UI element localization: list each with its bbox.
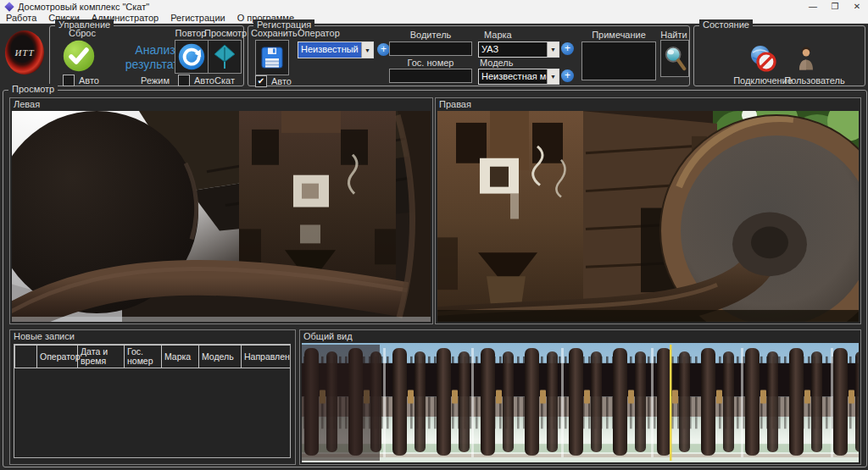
column-header-model[interactable]: Модель [199,346,242,368]
right-camera-panel: Правая [435,97,861,324]
itt-logo: ИТТ [5,30,44,75]
column-header-operator[interactable]: Оператор [37,346,78,368]
repeat-button[interactable] [175,40,209,74]
connection-status-icon [748,45,777,72]
model-select-value[interactable]: Неизвестная моде [479,69,547,84]
left-camera-scene [12,111,431,322]
overview-position-marker [670,345,672,461]
add-model-button[interactable]: + [561,69,574,82]
new-records-title: Новые записи [10,330,78,344]
menu-item-registrations[interactable]: Регистрации [164,13,231,23]
close-button[interactable]: ✕ [846,0,868,13]
app-diamond-icon [4,2,14,11]
left-camera-panel: Левая [9,97,433,324]
note-textarea[interactable] [581,41,656,80]
auto-reset-checkbox-box[interactable] [63,75,75,86]
left-camera-title: Левая [10,98,43,112]
add-operator-button[interactable]: + [377,43,390,56]
table-header-row: Оператор Дата и время Гос. номер Марка М… [15,346,291,368]
auto-save-checkbox-box[interactable]: ✔ [255,75,267,87]
column-header-brand[interactable]: Марка [162,346,199,368]
itt-logo-text: ИТТ [14,47,34,58]
model-label: Модель [480,58,513,68]
column-header-selector[interactable] [15,346,37,368]
auto-save-checkbox-label: Авто [271,76,292,86]
view-group-title: Просмотр [8,84,58,95]
check-icon [63,40,95,72]
driver-label: Водитель [389,30,472,40]
floppy-disk-icon [261,47,283,69]
brand-select[interactable]: УАЗ ▼ [478,41,559,58]
auto-repeat-checkbox-box[interactable] [178,75,190,86]
person-icon [798,46,815,71]
plate-number-label: Гос. номер [389,58,472,68]
operator-select-value[interactable]: Неизвестный опер [298,42,361,58]
magnifier-icon [663,45,687,72]
save-button[interactable] [255,40,289,75]
state-group: Состояние Подключение Пользователь [693,25,865,86]
operator-label: Оператор [298,28,340,38]
add-brand-button[interactable]: + [561,42,574,55]
registration-group: Регистрация Сохранить ✔ Авто Оператор Не… [248,25,690,86]
model-select[interactable]: Неизвестная моде ▼ [478,69,559,85]
app-window: Досмотровый комплекс "Скат" — ❐ ✕ Работа… [0,0,868,470]
user-label: Пользователь [782,75,847,86]
control-group: Управление Сброс Анализ результата Повто… [49,25,244,86]
plate-number-input[interactable] [389,69,472,83]
left-camera-image [12,111,431,322]
new-records-table: Оператор Дата и время Гос. номер Марка М… [14,344,291,458]
find-button[interactable] [660,40,689,77]
titlebar: Досмотровый комплекс "Скат" — ❐ ✕ [0,0,868,13]
maximize-button[interactable]: ❐ [824,0,846,13]
overview-panel: Общий вид [299,329,861,465]
overview-title: Общий вид [300,330,356,344]
brand-select-value[interactable]: УАЗ [479,42,547,57]
note-label: Примечание [581,30,656,40]
find-label: Найти [660,30,687,40]
minimize-button[interactable]: — [802,0,824,13]
view-label: Просмотр [204,28,243,38]
driver-input[interactable] [389,41,472,56]
chevron-down-icon[interactable]: ▼ [547,42,559,57]
right-camera-scene [437,111,859,322]
reset-label: Сброс [58,28,106,38]
column-header-datetime[interactable]: Дата и время [78,346,125,368]
menu-item-work[interactable]: Работа [0,13,42,23]
column-header-plate[interactable]: Гос. номер [125,346,162,368]
chevron-down-icon[interactable]: ▼ [361,42,373,58]
new-records-panel: Новые записи Оператор Дата и время Гос. … [9,329,296,465]
auto-reset-checkbox-label: Авто [79,75,99,86]
skat-label: Скат [209,75,240,86]
window-title: Досмотровый комплекс "Скат" [18,2,149,12]
state-group-title: Состояние [699,19,753,30]
globe-blocked-icon [748,45,777,72]
brand-label: Марка [484,30,512,40]
view-button[interactable] [208,40,242,74]
save-label: Сохранить [251,28,298,38]
right-camera-image [437,111,859,322]
overview-scene [302,343,859,462]
stingray-icon [214,44,236,69]
refresh-icon [178,43,205,70]
right-camera-title: Правая [436,98,475,112]
view-group: Просмотр Левая [3,90,867,467]
auto-save-checkbox[interactable]: ✔ Авто [255,75,292,87]
auto-reset-checkbox[interactable]: Авто [63,75,99,86]
user-status-icon [798,46,815,71]
column-header-direction[interactable]: Направление [242,346,291,368]
overview-image [302,343,859,462]
chevron-down-icon[interactable]: ▼ [547,69,559,84]
reset-button[interactable] [63,40,95,72]
operator-select[interactable]: Неизвестный опер ▼ [298,41,374,58]
